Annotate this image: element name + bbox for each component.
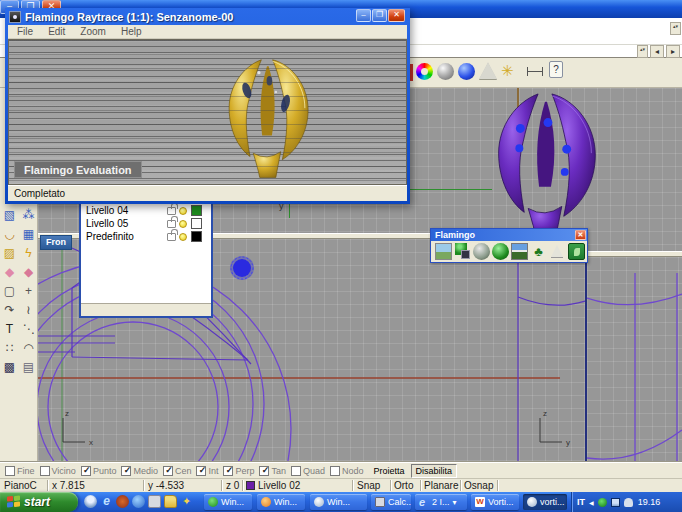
mesh-icon[interactable]: ▦: [19, 225, 38, 244]
taskbar-button-win1[interactable]: Win...: [204, 494, 252, 510]
dimension-icon[interactable]: [527, 67, 543, 76]
revolve-icon[interactable]: ◡: [0, 225, 19, 244]
render-scene-icon[interactable]: [435, 243, 452, 260]
color-wheel-icon[interactable]: [416, 63, 433, 80]
globe-icon[interactable]: [132, 495, 145, 508]
scroll-left-icon[interactable]: ◂: [650, 45, 664, 58]
menu-help[interactable]: Help: [121, 26, 142, 37]
taskbar-button-calc[interactable]: Calc...: [371, 494, 411, 510]
osnap-toggle-vicino[interactable]: Vicino: [40, 466, 76, 476]
flamingo-toolbar-titlebar[interactable]: Flamingo ✕: [431, 229, 587, 241]
command-scroll-spinner[interactable]: ▴▾: [670, 22, 681, 35]
curve-tools-icon[interactable]: ↷: [0, 301, 19, 320]
viewport-front-title[interactable]: Fron: [40, 235, 72, 250]
tray-app-icon[interactable]: [598, 498, 607, 507]
close-button[interactable]: ✕: [388, 9, 405, 22]
point-curve-icon[interactable]: ⋱: [19, 320, 38, 339]
layer-color-swatch[interactable]: [191, 231, 202, 242]
help-icon[interactable]: ?: [549, 61, 563, 78]
plants-icon[interactable]: ♣: [530, 243, 547, 260]
proietta-button[interactable]: Proietta: [374, 466, 405, 476]
osnap-toggle-tan[interactable]: ✓Tan: [259, 466, 286, 476]
user-icon[interactable]: [84, 495, 97, 508]
osnap-toggle-nodo[interactable]: Nodo: [330, 466, 364, 476]
current-layer-swatch[interactable]: [246, 481, 255, 490]
spotlight-cone-icon[interactable]: [479, 62, 497, 79]
save-image-icon[interactable]: [454, 243, 471, 260]
command-history-spinner[interactable]: ▴▾: [637, 45, 648, 58]
swatch-tile-icon[interactable]: ▩: [0, 358, 19, 377]
materials-icon[interactable]: [568, 243, 585, 260]
snap-button[interactable]: Snap: [357, 480, 380, 491]
menu-zoom[interactable]: Zoom: [80, 26, 106, 37]
scroll-right-icon[interactable]: ▸: [666, 45, 680, 58]
current-layer-pane[interactable]: Livello 02: [258, 480, 300, 491]
eraser-icon[interactable]: ◆: [0, 263, 19, 282]
sun-study-icon[interactable]: [549, 243, 566, 260]
start-button[interactable]: start: [0, 492, 78, 512]
media-player-icon[interactable]: [116, 495, 129, 508]
eraser-alt-icon[interactable]: ◆: [19, 263, 38, 282]
maximize-button[interactable]: ❐: [372, 9, 387, 22]
language-indicator[interactable]: IT: [577, 497, 585, 507]
cplane-pane[interactable]: PianoC: [4, 480, 37, 491]
osnap-toggle-perp[interactable]: ✓Perp: [223, 466, 254, 476]
menu-edit[interactable]: Edit: [48, 26, 65, 37]
osnap-toggle-medio[interactable]: ✓Medio: [121, 466, 158, 476]
taskbar-button-vorti-active[interactable]: vorti...: [523, 494, 567, 510]
planare-button[interactable]: Planare: [424, 480, 458, 491]
close-icon[interactable]: ✕: [575, 230, 586, 240]
minimize-button[interactable]: –: [356, 9, 371, 22]
taskbar-button-ie-group[interactable]: e 2 I... ▾: [415, 494, 467, 510]
render-sphere-icon[interactable]: [473, 243, 490, 260]
osnap-toggle-punto[interactable]: ✓Punto: [81, 466, 117, 476]
hatch-icon[interactable]: ▤: [19, 358, 38, 377]
messenger-icon[interactable]: [624, 498, 633, 507]
taskbar-button-win3[interactable]: Win...: [310, 494, 367, 510]
hide-icons-icon[interactable]: ◀: [589, 499, 594, 506]
lightbulb-icon[interactable]: [179, 207, 187, 215]
viewport-right[interactable]: [587, 257, 682, 461]
plant-icon[interactable]: ✳: [501, 62, 514, 79]
preview-sphere-icon[interactable]: [492, 243, 509, 260]
layer-row[interactable]: Livello 05: [81, 217, 211, 230]
freeform-curve-icon[interactable]: ≀: [19, 301, 38, 320]
disabilita-button[interactable]: Disabilita: [411, 464, 458, 478]
text-icon[interactable]: T: [0, 320, 19, 339]
render-canvas[interactable]: Flamingo Evaluation: [8, 39, 407, 185]
folder-icon[interactable]: [164, 495, 177, 508]
points-icon[interactable]: ∷: [0, 339, 19, 358]
box-icon[interactable]: ▧: [0, 206, 19, 225]
osnap-toggle-fine[interactable]: Fine: [5, 466, 35, 476]
taskbar-button-win2[interactable]: Win...: [257, 494, 305, 510]
lock-icon[interactable]: [167, 220, 176, 228]
calculator-icon[interactable]: [148, 495, 161, 508]
lock-icon[interactable]: [167, 233, 176, 241]
gray-sphere-render-icon[interactable]: [437, 63, 454, 80]
layer-row[interactable]: Predefinito: [81, 230, 211, 243]
network-icon[interactable]: [611, 498, 620, 507]
osnap-toggle-cen[interactable]: ✓Cen: [163, 466, 192, 476]
layer-color-swatch[interactable]: [191, 218, 202, 229]
menu-file[interactable]: File: [17, 26, 33, 37]
flamingo-bolt-icon[interactable]: ϟ: [19, 244, 38, 263]
taskbar-button-vorti-doc[interactable]: W Vorti...: [471, 494, 519, 510]
lightbulb-icon[interactable]: [179, 233, 187, 241]
osnap-toggle-int[interactable]: ✓Int: [196, 466, 218, 476]
render-window-titlebar[interactable]: Flamingo Raytrace (1:1): Senzanome-00 – …: [8, 8, 407, 25]
internet-explorer-icon[interactable]: e: [100, 495, 113, 508]
flamingo-quick-icon[interactable]: ✦: [180, 495, 193, 508]
osnap-button[interactable]: Osnap: [464, 480, 493, 491]
arc-icon[interactable]: ◠: [19, 339, 38, 358]
layer-row[interactable]: Livello 04: [81, 204, 211, 217]
osnap-toggle-quad[interactable]: Quad: [291, 466, 325, 476]
layer-color-swatch[interactable]: [191, 205, 202, 216]
clock[interactable]: 19.16: [638, 497, 661, 507]
spheres-icon[interactable]: ⁂: [19, 206, 38, 225]
move-icon[interactable]: +: [19, 282, 38, 301]
select-icon[interactable]: ▢: [0, 282, 19, 301]
blue-sphere-render-icon[interactable]: [458, 63, 475, 80]
lightbulb-icon[interactable]: [179, 220, 187, 228]
lock-icon[interactable]: [167, 207, 176, 215]
environment-icon[interactable]: [511, 243, 528, 260]
